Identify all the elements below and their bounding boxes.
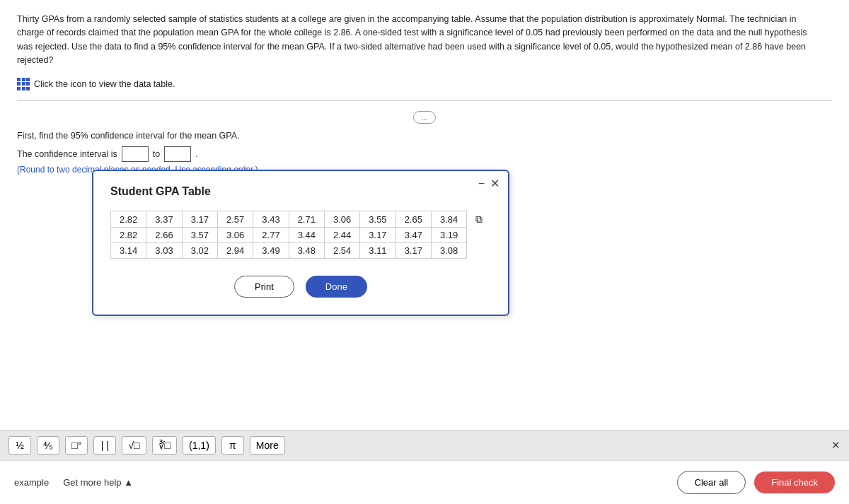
math-mixed-fraction-btn[interactable]: ⁴⁄₅: [37, 436, 59, 455]
math-interval-btn[interactable]: (1,1): [183, 436, 216, 455]
question-section: First, find the 95% confidence interval …: [17, 131, 832, 175]
modal-title: Student GPA Table: [110, 185, 491, 198]
modal-controls: − ✕: [478, 178, 499, 189]
table-cell: 3.11: [360, 243, 395, 259]
table-cell: 2.65: [395, 211, 431, 228]
math-toolbar-close-button[interactable]: ✕: [831, 439, 841, 452]
clear-all-button[interactable]: Clear all: [677, 471, 746, 494]
modal-overlay: − ✕ Student GPA Table 2.823.373.172.573.…: [92, 170, 509, 316]
table-cell: 3.02: [182, 243, 217, 259]
table-cell: 3.49: [253, 243, 289, 259]
divider: [17, 100, 832, 101]
bottom-bar: example Get more help ▲ Clear all Final …: [0, 460, 849, 504]
table-cell: 3.44: [289, 228, 324, 243]
gpa-table: 2.823.373.172.573.432.713.063.552.653.84…: [110, 211, 491, 259]
table-cell: 3.19: [431, 228, 466, 243]
table-cell: 3.37: [146, 211, 182, 228]
print-button[interactable]: Print: [234, 276, 294, 298]
table-row: 3.143.033.022.943.493.482.543.113.173.08: [111, 243, 491, 259]
modal-minimize-button[interactable]: −: [478, 178, 485, 189]
table-cell: 3.06: [217, 228, 253, 243]
confidence-row: The confidence interval is to .: [17, 146, 832, 162]
table-cell: 2.82: [111, 211, 146, 228]
math-toolbar: ½ ⁴⁄₅ □° | | √□ ∛□ (1,1) π More ✕: [0, 430, 849, 460]
table-cell: 2.71: [289, 211, 324, 228]
question-label: First, find the 95% confidence interval …: [17, 131, 832, 141]
final-check-button[interactable]: Final check: [754, 471, 835, 493]
math-fraction-btn[interactable]: ½: [8, 436, 31, 455]
period: .: [195, 149, 197, 159]
math-more-btn[interactable]: More: [250, 436, 285, 455]
table-cell: 3.43: [253, 211, 289, 228]
table-cell: 3.17: [395, 243, 431, 259]
table-cell: 3.57: [182, 228, 217, 243]
dots-pill: ...: [413, 111, 435, 124]
table-icon: [17, 78, 30, 90]
table-cell: 2.57: [217, 211, 253, 228]
problem-text: Thirty GPAs from a randomly selected sam…: [17, 13, 824, 68]
confidence-lower-input[interactable]: [122, 146, 149, 162]
math-sqrt-btn[interactable]: √□: [122, 436, 146, 455]
table-cell: 2.77: [253, 228, 289, 243]
table-cell: 3.17: [360, 228, 395, 243]
table-cell: 3.84: [431, 211, 466, 228]
bottom-left: example Get more help ▲: [14, 477, 133, 488]
table-cell: 3.03: [146, 243, 182, 259]
empty-cell: [467, 243, 491, 259]
table-cell: 3.08: [431, 243, 466, 259]
math-abs-btn[interactable]: | |: [93, 436, 116, 455]
table-cell: 2.82: [111, 228, 146, 243]
get-more-help-link[interactable]: Get more help ▲: [63, 477, 133, 488]
modal-close-button[interactable]: ✕: [490, 178, 499, 189]
data-table-link-label: Click the icon to view the data table.: [34, 79, 175, 89]
dots-label: ...: [421, 113, 427, 122]
table-cell: 3.17: [182, 211, 217, 228]
table-cell: 2.94: [217, 243, 253, 259]
table-cell: 2.66: [146, 228, 182, 243]
table-cell: 3.06: [324, 211, 359, 228]
copy-icon[interactable]: ⧉: [467, 211, 491, 228]
data-table-link[interactable]: Click the icon to view the data table.: [17, 78, 832, 90]
example-link[interactable]: example: [14, 477, 49, 488]
table-row: 2.822.663.573.062.773.442.443.173.473.19: [111, 228, 491, 243]
student-gpa-modal: − ✕ Student GPA Table 2.823.373.172.573.…: [92, 170, 509, 316]
done-button[interactable]: Done: [306, 276, 367, 298]
problem-statement: Thirty GPAs from a randomly selected sam…: [17, 14, 807, 65]
table-cell: 3.47: [395, 228, 431, 243]
main-content: Thirty GPAs from a randomly selected sam…: [0, 0, 849, 430]
confidence-upper-input[interactable]: [164, 146, 191, 162]
table-cell: 3.14: [111, 243, 146, 259]
table-cell: 3.48: [289, 243, 324, 259]
bottom-right: Clear all Final check: [677, 471, 835, 494]
table-cell: 2.44: [324, 228, 359, 243]
empty-cell: [467, 228, 491, 243]
table-cell: 2.54: [324, 243, 359, 259]
math-degree-btn[interactable]: □°: [65, 436, 88, 455]
table-cell: 3.55: [360, 211, 395, 228]
modal-footer: Print Done: [110, 276, 491, 298]
table-row: 2.823.373.172.573.432.713.063.552.653.84…: [111, 211, 491, 228]
confidence-prefix: The confidence interval is: [17, 149, 117, 159]
to-label: to: [153, 149, 160, 159]
math-pi-btn[interactable]: π: [221, 436, 244, 455]
math-cbrt-btn[interactable]: ∛□: [152, 436, 177, 455]
dots-bar: ...: [17, 111, 832, 124]
